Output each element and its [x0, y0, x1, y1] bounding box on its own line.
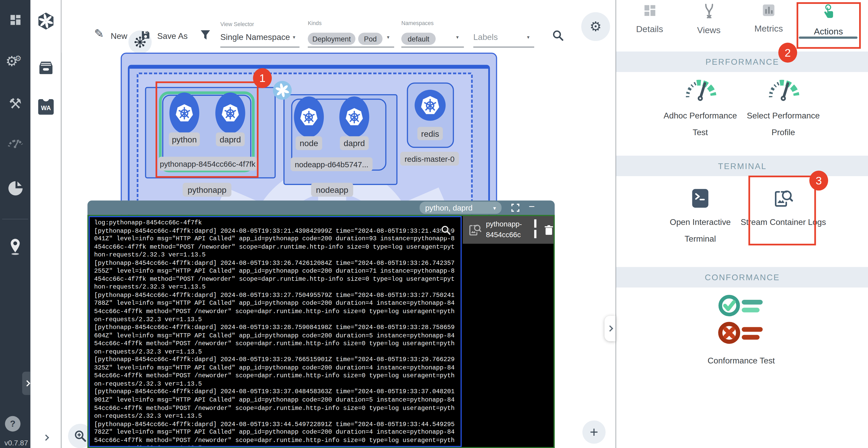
metrics-icon [762, 3, 775, 17]
namespaces-label: Namespaces [401, 20, 434, 26]
help-icon: ? [10, 419, 16, 429]
pod-name-label: nodeapp-d64b5747... [291, 157, 373, 171]
namespaces-underline [401, 47, 464, 47]
chevron-right-icon [24, 380, 30, 386]
pause-icon[interactable] [534, 219, 542, 241]
log-stream-tab[interactable]: pythonapp-8454cc66c [463, 216, 554, 244]
labels-filter-input[interactable]: Labels [473, 32, 498, 41]
annotation-box-2 [797, 2, 861, 49]
log-text: log:pythonapp-8454cc66c-4f7fk [pythonapp… [90, 217, 461, 447]
rail-expand-chevron[interactable] [44, 432, 48, 442]
action-conformance-test[interactable]: Conformance Test [686, 293, 797, 369]
gear-icon: ⚙ [590, 19, 602, 34]
archive-icon[interactable] [37, 60, 54, 78]
container-select-value: python, daprd [425, 203, 473, 212]
annotation-badge-2: 2 [778, 42, 797, 62]
gauge-icon [767, 77, 799, 102]
kind-chip-pod[interactable]: Pod [358, 33, 382, 45]
log-output-pane[interactable]: log:pythonapp-8454cc66c-4f7fk [pythonapp… [89, 216, 462, 447]
details-grid-icon [643, 3, 657, 18]
annotation-box-3 [748, 176, 816, 245]
terminal-icon [691, 188, 709, 208]
terminal-body: log:pythonapp-8454cc66c-4f7fk [pythonapp… [87, 215, 555, 448]
container-select-dropdown[interactable]: python, daprd ▾ [420, 202, 501, 214]
log-search-icon[interactable] [441, 225, 451, 238]
filter-funnel-icon[interactable] [200, 29, 211, 43]
container-label: redis [417, 127, 443, 140]
version-label: v0.7.87 [4, 439, 28, 447]
dapr-sidecar-badge [273, 81, 292, 100]
kinds-arrow-icon[interactable]: ▾ [387, 34, 390, 40]
dropdown-arrow-icon: ▾ [493, 205, 496, 211]
plus-icon: + [590, 423, 598, 441]
add-button[interactable]: + [582, 420, 606, 444]
annotation-box-1 [156, 81, 259, 178]
log-stream-tab-label: pythonapp-8454cc66c [486, 219, 533, 240]
log-terminal-window: python, daprd ▾ − log:pythonapp-8454cc66… [87, 201, 555, 448]
view-selector-label: View Selector [220, 21, 254, 27]
location-pin-icon[interactable] [0, 238, 31, 258]
namespace-chip-default[interactable]: default [401, 33, 436, 45]
help-button[interactable]: ? [5, 416, 20, 431]
kubernetes-icon [344, 107, 364, 127]
namespaces-arrow-icon[interactable]: ▾ [456, 34, 459, 40]
action-open-interactive-terminal[interactable]: Open Interactive Terminal [656, 188, 745, 247]
section-performance: PERFORMANCE [616, 51, 868, 72]
save-as-button[interactable]: Save As [157, 31, 188, 40]
sidebar-divider [2, 219, 28, 219]
app-root: ⚙⚙ ⚒ ? v0.7.87 WA ✎ New Save As View Sel… [0, 0, 868, 448]
kinds-label: Kinds [308, 20, 321, 26]
settings-button[interactable]: ⚙ [581, 12, 610, 41]
right-panel: Details Views Metrics Actions PERFORMANC… [616, 0, 868, 448]
action-select-performance-profile[interactable]: Select Performance Profile [739, 77, 828, 141]
minimize-icon[interactable]: − [529, 201, 535, 213]
trash-icon[interactable] [544, 225, 554, 235]
pie-chart-icon[interactable] [0, 181, 31, 198]
gauge-icon [684, 77, 716, 102]
view-selector-value[interactable]: Single Namespace [220, 32, 290, 41]
views-icon [702, 3, 715, 19]
dapr-logo-icon[interactable] [36, 12, 55, 33]
save-as-icon[interactable] [141, 30, 150, 42]
chevron-right-icon [607, 325, 613, 332]
container-label: node [296, 136, 322, 150]
settings-gears-icon[interactable]: ⚙⚙ [0, 53, 31, 69]
view-selector-arrow-icon[interactable]: ▾ [293, 34, 296, 40]
dashboard-icon[interactable] [0, 13, 31, 29]
labels-underline [473, 47, 534, 47]
action-adhoc-performance-test[interactable]: Adhoc Performance Test [656, 77, 745, 141]
view-selector-underline [220, 47, 300, 47]
new-button[interactable]: New [111, 31, 127, 40]
terminal-header[interactable]: python, daprd ▾ − [87, 201, 555, 215]
new-icon[interactable]: ✎ [94, 27, 104, 40]
toolbar: ✎ New Save As View Selector Single Names… [62, 0, 616, 53]
deployment-label: nodeapp [311, 183, 353, 197]
sidebar-expand-handle[interactable] [22, 372, 32, 395]
container-redis[interactable] [414, 90, 445, 121]
container-daprd-node[interactable] [339, 96, 369, 137]
webassembly-icon[interactable]: WA [38, 99, 54, 115]
kind-chip-deployment[interactable]: Deployment [308, 33, 355, 45]
section-terminal: TERMINAL [616, 156, 868, 176]
fullscreen-icon[interactable] [511, 203, 520, 214]
tools-icon[interactable]: ⚒ [0, 95, 31, 113]
conformance-checklist-icon [716, 293, 767, 350]
annotation-badge-1: 1 [253, 68, 272, 88]
deployment-label: pythonapp [183, 183, 231, 197]
kubernetes-icon [299, 107, 319, 127]
left-sidebar: ⚙⚙ ⚒ ? v0.7.87 [0, 0, 31, 448]
kinds-underline [308, 47, 394, 47]
container-node[interactable] [294, 96, 324, 137]
stream-logs-icon [468, 223, 482, 237]
performance-gauge-icon[interactable] [0, 136, 31, 151]
search-icon[interactable] [552, 29, 564, 44]
tab-details[interactable]: Details [620, 3, 679, 34]
plugin-rail: WA [31, 0, 62, 448]
pod-name-label: redis-master-0 [400, 152, 459, 166]
kubernetes-icon [420, 95, 441, 116]
labels-arrow-icon[interactable]: ▾ [527, 34, 530, 40]
tab-metrics[interactable]: Metrics [739, 3, 798, 34]
panel-collapse-handle[interactable] [604, 316, 615, 341]
tab-views[interactable]: Views [679, 3, 738, 35]
container-label: daprd [340, 136, 369, 150]
